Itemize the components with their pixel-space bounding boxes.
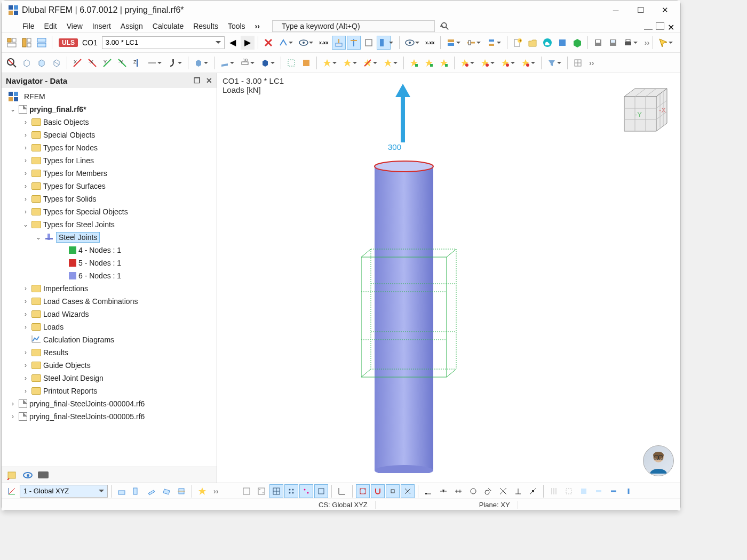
bt-snap-axes-icon[interactable] [335, 484, 349, 498]
next-combo-button[interactable]: ▶ [241, 36, 255, 50]
tb2-shade-box-icon[interactable] [192, 56, 205, 70]
tree-label[interactable]: Guide Objects [43, 361, 91, 370]
tb-delete-red-icon[interactable] [261, 36, 275, 50]
nav-tab-video-icon[interactable] [38, 471, 49, 478]
bt-snap-magnet-icon[interactable] [371, 484, 385, 498]
tb-legend2-icon[interactable] [464, 36, 478, 50]
navigator-tree[interactable]: RFEM ⌄ prying_final.rf6* ›Basic Objects›… [2, 88, 217, 467]
tree-row[interactable]: 4 - Nodes : 1 [2, 244, 217, 257]
menu-insert[interactable]: Insert [88, 21, 116, 31]
tree-row[interactable]: ›Types for Nodes [2, 141, 217, 154]
chevron-right-icon[interactable]: › [22, 310, 29, 318]
nav-model[interactable]: prying_final.rf6* [29, 105, 86, 114]
assistant-avatar[interactable] [643, 445, 674, 476]
nav-tab-view-icon[interactable] [23, 472, 33, 478]
bt-snap-tan-icon[interactable] [481, 484, 495, 498]
chevron-down-icon[interactable]: ⌄ [22, 221, 29, 228]
tb-arrange-2-icon[interactable] [20, 36, 34, 50]
tb-cube-green-icon[interactable] [570, 36, 584, 50]
bt-guides6-icon[interactable] [622, 484, 635, 498]
tb2-star-y3-icon[interactable] [361, 56, 375, 70]
bt-snap-mid-icon[interactable] [436, 484, 450, 498]
mdi-restore-icon[interactable] [656, 22, 664, 30]
mdi-minimize-icon[interactable] [644, 22, 653, 30]
bt-snap-grid-icon[interactable] [356, 484, 370, 498]
tree-row[interactable]: ›Steel Joint Design [2, 372, 217, 385]
tree-row[interactable]: ›Load Wizards [2, 308, 217, 321]
tb-xxx2-icon[interactable]: x.xx [423, 36, 437, 50]
tb-render-mode-icon[interactable] [377, 36, 391, 50]
tree-row[interactable]: ›Types for Lines [2, 154, 217, 167]
bt-grid5-icon[interactable] [299, 484, 313, 498]
bt-wp3-icon[interactable] [145, 484, 158, 498]
bt-guides2-icon[interactable] [562, 484, 576, 498]
tree-label[interactable]: Imperfections [43, 284, 88, 293]
bt-guides5-icon[interactable] [607, 484, 621, 498]
menu-more-icon[interactable]: ›› [250, 21, 265, 31]
bt-wp5-icon[interactable] [174, 484, 188, 498]
tb2-mesh2-icon[interactable] [299, 56, 313, 70]
viewport[interactable]: CO1 - 3.00 * LC1 Loads [kN] [217, 73, 680, 483]
tb2-star-r4-icon[interactable] [519, 56, 533, 70]
chevron-down-icon[interactable]: ⌄ [35, 234, 42, 241]
chevron-right-icon[interactable]: › [22, 387, 29, 395]
load-combo-select[interactable]: 3.00 * LC1 [102, 36, 225, 49]
bt-snap-div-icon[interactable] [451, 484, 465, 498]
bt-star-icon[interactable] [195, 484, 209, 498]
tree-label[interactable]: 4 - Nodes : 1 [78, 246, 121, 254]
tb-cloud-teal-icon[interactable] [541, 36, 554, 50]
tb2-axis-negy-icon[interactable]: -Y [115, 56, 129, 70]
tb2-star-r1-icon[interactable] [458, 56, 472, 70]
tree-row[interactable]: ›Printout Reports [2, 385, 217, 397]
tree-label[interactable]: 5 - Nodes : 1 [78, 259, 121, 267]
bt-guides3-icon[interactable] [577, 484, 591, 498]
tree-row[interactable]: ›Special Objects [2, 129, 217, 141]
bt-wp1-icon[interactable] [115, 484, 129, 498]
tree-label[interactable]: prying_final-SteelJoints-000004.rf6 [29, 399, 145, 408]
bt-wp2-icon[interactable] [130, 484, 144, 498]
bt-grid3-icon[interactable] [269, 484, 283, 498]
prev-combo-button[interactable]: ◀ [226, 36, 240, 50]
tb-open-folder-icon[interactable] [526, 36, 539, 50]
tb-save-icon[interactable] [591, 36, 605, 50]
tree-row[interactable]: ›prying_final-SteelJoints-000004.rf6 [2, 397, 217, 410]
chevron-right-icon[interactable]: › [22, 285, 29, 292]
tb-legend3-icon[interactable] [484, 36, 498, 50]
tree-label[interactable]: Types for Steel Joints [43, 220, 115, 229]
tb2-axis-z-icon[interactable]: Z [130, 56, 144, 70]
navigation-cube[interactable]: -Y -X [611, 81, 675, 139]
tree-label[interactable]: Types for Special Objects [43, 207, 128, 216]
navigator-popout-icon[interactable]: ❐ [194, 76, 201, 85]
chevron-right-icon[interactable]: › [22, 144, 29, 151]
tb2-ruler-icon[interactable]: 10 [238, 56, 252, 70]
menu-view[interactable]: View [62, 21, 88, 31]
tb-arrange-1-icon[interactable] [5, 36, 19, 50]
tree-row[interactable]: 6 - Nodes : 1 [2, 269, 217, 282]
bt-grid1-icon[interactable] [240, 484, 253, 498]
tb-select-arrow-icon[interactable] [656, 36, 670, 50]
tb2-star-g2-icon[interactable] [422, 56, 436, 70]
bt-wp4-icon[interactable] [160, 484, 173, 498]
chevron-right-icon[interactable]: › [9, 400, 17, 407]
tb2-star-y4-icon[interactable] [381, 56, 395, 70]
tb2-more-icon[interactable]: ›› [586, 59, 594, 67]
tree-label[interactable]: Steel Joint Design [43, 374, 104, 382]
tb2-star-y1-icon[interactable] [320, 56, 334, 70]
menu-file[interactable]: File [18, 21, 39, 31]
tree-label[interactable]: Types for Lines [43, 156, 94, 165]
tb2-star-r3-icon[interactable] [498, 56, 512, 70]
tree-label[interactable]: Load Wizards [43, 310, 89, 318]
tb-legend1-icon[interactable] [444, 36, 458, 50]
tb-eye-results-icon[interactable] [403, 36, 417, 50]
tb2-star-g1-icon[interactable] [407, 56, 421, 70]
tree-label[interactable]: Steel Joints [56, 232, 100, 243]
tree-label[interactable]: Types for Solids [43, 195, 97, 203]
tb2-star-y2-icon[interactable] [340, 56, 354, 70]
tb-numbering-icon[interactable] [276, 36, 290, 50]
tree-row[interactable]: ›Guide Objects [2, 359, 217, 372]
chevron-right-icon[interactable]: › [22, 157, 29, 164]
bt-snap-near-icon[interactable] [526, 484, 540, 498]
tb-xxx1-icon[interactable]: x.xx [317, 36, 331, 50]
tb2-axis-x-icon[interactable]: X [70, 56, 84, 70]
tree-label[interactable]: Results [43, 348, 68, 357]
